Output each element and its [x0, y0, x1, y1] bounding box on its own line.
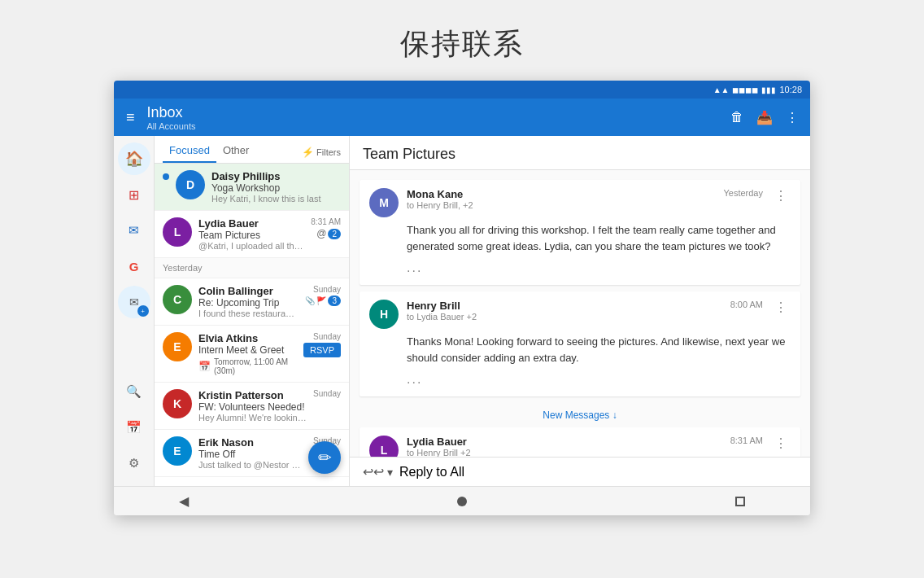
message-card-henry: H Henry Brill to Lydia Bauer +2 8:00 AM …: [360, 291, 800, 396]
inbox-title: Inbox: [147, 104, 719, 121]
inbox-title-group: Inbox All Accounts: [147, 104, 719, 131]
app-container: ▲▲ ◼◼◼◼ ▮▮▮ 10:28 ≡ Inbox All Accounts 🗑…: [114, 81, 810, 515]
more-options-icon[interactable]: ⋮: [771, 188, 791, 204]
email-meta-lydia: 8:31 AM @ 2: [311, 217, 341, 251]
email-badge: 3: [328, 296, 341, 306]
delete-icon[interactable]: 🗑: [727, 107, 747, 128]
message-card-lydia: L Lydia Bauer to Henry Brill +2 8:31 AM …: [360, 427, 800, 457]
message-info-mona: Mona Kane to Henry Brill, +2: [407, 188, 715, 210]
reply-bar: ↩↩ ▾ Reply to All: [350, 457, 810, 486]
message-time: Yesterday: [723, 188, 763, 198]
email-time: 8:31 AM: [311, 217, 341, 226]
email-badge: 2: [328, 229, 341, 239]
message-time: 8:31 AM: [730, 436, 763, 445]
email-preview: Just talked to @Nestor Wilke and he...: [198, 460, 307, 470]
mail-badge: +: [137, 305, 149, 317]
archive-icon[interactable]: 📥: [753, 107, 776, 129]
status-time: 10:28: [779, 85, 802, 94]
thread-messages: M Mona Kane to Henry Brill, +2 Yesterday…: [350, 170, 810, 457]
status-icons: ▲▲ ◼◼◼◼ ▮▮▮ 10:28: [713, 85, 802, 94]
status-bar: ▲▲ ◼◼◼◼ ▮▮▮ 10:28: [114, 81, 810, 99]
email-content-erik: Erik Nason Time Off Just talked to @Nest…: [198, 436, 307, 470]
thread-header: Team Pictures: [350, 136, 810, 170]
battery-icon: ▮▮▮: [761, 85, 776, 94]
email-item-daisy[interactable]: D Daisy Phillips Yoga Workshop Hey Katri…: [155, 164, 349, 211]
sidebar-item-settings[interactable]: ⚙: [118, 447, 150, 479]
email-item-elvia[interactable]: E Elvia Atkins Intern Meet & Greet 📅 Tom…: [155, 326, 349, 383]
more-options-icon[interactable]: ⋮: [771, 436, 791, 451]
back-button[interactable]: ◀: [179, 493, 189, 509]
rsvp-button[interactable]: RSVP: [303, 343, 341, 357]
tab-other[interactable]: Other: [216, 141, 256, 163]
message-time: 8:00 AM: [730, 300, 763, 309]
filters-button[interactable]: ⚡ Filters: [302, 147, 341, 158]
email-meta-kristin: Sunday: [313, 389, 341, 423]
reply-icon: ↩↩: [363, 464, 384, 479]
message-body-mona: Thank you all for driving this workshop.…: [360, 222, 800, 261]
email-preview: @Katri, I uploaded all the pictures fro.…: [198, 241, 304, 251]
message-header-lydia: L Lydia Bauer to Henry Brill +2 8:31 AM …: [360, 427, 800, 457]
message-body-henry: Thanks Mona! Looking forward to seeing t…: [360, 334, 800, 372]
signal-icon: ◼◼◼◼: [732, 85, 758, 94]
sender-name: Lydia Bauer: [198, 217, 304, 230]
sidebar-icons: 🏠 ⊞ ✉ G ✉ + 🔍 📅 ⚙: [114, 136, 155, 486]
more-options-icon[interactable]: ⋮: [782, 107, 802, 129]
sidebar-item-home[interactable]: 🏠: [118, 142, 150, 175]
tabs-row: Focused Other ⚡ Filters: [155, 136, 349, 164]
email-content-elvia: Elvia Atkins Intern Meet & Greet 📅 Tomor…: [198, 332, 297, 375]
email-subject: Yoga Workshop: [211, 182, 341, 194]
sidebar-item-mail[interactable]: ✉ +: [118, 286, 150, 318]
main-layout: 🏠 ⊞ ✉ G ✉ + 🔍 📅 ⚙ Focused Other ⚡ Filter…: [114, 136, 810, 486]
event-time-row: 📅 Tomorrow, 11:00 AM (30m): [198, 357, 297, 375]
avatar-lydia: L: [163, 217, 192, 247]
message-header-henry: H Henry Brill to Lydia Bauer +2 8:00 AM …: [360, 291, 800, 334]
sidebar-item-search[interactable]: 🔍: [118, 375, 150, 408]
email-subject: FW: Volunteers Needed!: [198, 401, 307, 413]
unread-indicator: [163, 173, 169, 180]
message-sender: Mona Kane: [407, 188, 715, 200]
avatar-henry: H: [369, 300, 399, 329]
message-to: to Henry Brill, +2: [407, 200, 715, 210]
email-list-panel: Focused Other ⚡ Filters D Daisy Phillips…: [155, 136, 350, 486]
message-card-mona: M Mona Kane to Henry Brill, +2 Yesterday…: [360, 180, 800, 285]
email-content-lydia: Lydia Bauer Team Pictures @Katri, I uplo…: [198, 217, 304, 251]
avatar-lydia-thread: L: [369, 436, 399, 457]
tab-focused[interactable]: Focused: [163, 141, 216, 163]
home-button[interactable]: [457, 497, 467, 506]
top-actions: 🗑 📥 ⋮: [727, 107, 802, 129]
email-preview: I found these restaurants near our...: [198, 309, 299, 318]
event-time-text: Tomorrow, 11:00 AM (30m): [214, 357, 297, 375]
bottom-nav: ◀: [114, 486, 810, 515]
email-item-kristin[interactable]: K Kristin Patterson FW: Volunteers Neede…: [155, 383, 349, 430]
email-content-colin: Colin Ballinger Re: Upcoming Trip I foun…: [198, 285, 299, 318]
message-sender: Lydia Bauer: [407, 436, 722, 448]
wifi-icon: ▲▲: [713, 85, 730, 94]
message-ellipsis[interactable]: ···: [360, 261, 800, 285]
avatar-kristin: K: [163, 389, 192, 418]
calendar-icon: 📅: [198, 361, 211, 372]
avatar-colin: C: [163, 285, 192, 314]
sidebar-item-office[interactable]: ⊞: [118, 178, 150, 211]
avatar-elvia: E: [163, 332, 192, 361]
message-header-mona: M Mona Kane to Henry Brill, +2 Yesterday…: [360, 180, 800, 222]
message-ellipsis[interactable]: ···: [360, 372, 800, 396]
inbox-subtitle: All Accounts: [147, 121, 719, 131]
message-sender: Henry Brill: [407, 300, 722, 312]
sidebar-item-calendar[interactable]: 📅: [118, 411, 150, 444]
email-meta-colin: Sunday 📎 🚩 3: [305, 285, 341, 318]
sidebar-item-google[interactable]: G: [118, 250, 150, 282]
email-content-kristin: Kristin Patterson FW: Volunteers Needed!…: [198, 389, 307, 423]
more-options-icon[interactable]: ⋮: [771, 300, 791, 315]
sender-name: Kristin Patterson: [198, 389, 307, 401]
sidebar-item-outlook[interactable]: ✉: [118, 214, 150, 247]
reply-dropdown-icon[interactable]: ▾: [387, 466, 393, 479]
reply-all-button[interactable]: ↩↩ ▾: [363, 464, 393, 479]
email-content-daisy: Daisy Phillips Yoga Workshop Hey Katri, …: [211, 170, 341, 204]
message-info-lydia: Lydia Bauer to Henry Brill +2: [407, 436, 722, 457]
thread-title: Team Pictures: [363, 146, 797, 163]
compose-button[interactable]: ✏: [308, 441, 341, 474]
email-item-colin[interactable]: C Colin Ballinger Re: Upcoming Trip I fo…: [155, 278, 349, 326]
recent-apps-button[interactable]: [735, 497, 745, 506]
hamburger-menu-icon[interactable]: ≡: [122, 105, 139, 130]
email-item-lydia[interactable]: L Lydia Bauer Team Pictures @Katri, I up…: [155, 211, 349, 258]
